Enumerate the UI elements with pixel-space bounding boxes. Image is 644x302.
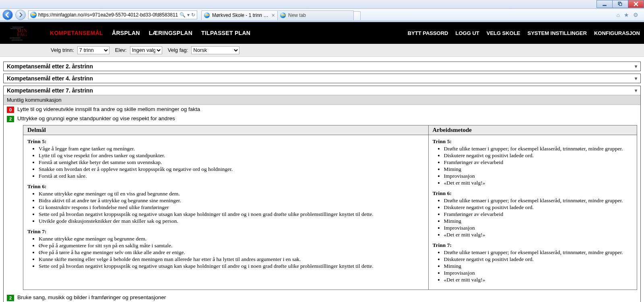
elev-label: Elev: xyxy=(115,47,127,53)
list-item: Kunne uttrykke egne meninger og til en v… xyxy=(39,191,424,197)
list-item: Våge å legge fram egne tanker og meninge… xyxy=(39,146,424,152)
list-item: Framføringer av elevarbeid xyxy=(444,159,633,166)
status-badge: 2 xyxy=(7,295,14,301)
list-item: Utvikle gode diskusjonsteknikker der man… xyxy=(39,218,424,224)
status-badge: 0 xyxy=(7,107,14,113)
list-item: Kunne skifte mening eller velge å behold… xyxy=(39,256,424,263)
list-item: Øve på å argumentere for sitt syn på en … xyxy=(39,242,424,249)
list-item: Sette ord på hvordan negativt kroppssprå… xyxy=(39,263,424,269)
goal-row[interactable]: 2 Bruke sang, musikk og bilder i framfør… xyxy=(4,293,640,302)
section-7-open: Kompetansemål etter 7. årstrinn ▾ Muntli… xyxy=(3,86,641,302)
list-item: Gi konstruktiv respons i forbindelse med… xyxy=(39,204,424,211)
refresh-icon[interactable]: ↻ xyxy=(191,12,195,18)
favorites-icon[interactable]: ★ xyxy=(624,12,629,18)
tab-title: New tab xyxy=(288,12,351,18)
ie-favicon-icon xyxy=(280,12,286,18)
nav-logg-ut[interactable]: LOGG UT xyxy=(456,30,479,36)
section-2-collapsed[interactable]: Kompetansemål etter 2. årstrinn ▾ xyxy=(3,62,641,71)
chevron-down-icon: ▾ xyxy=(635,88,637,93)
svg-rect-2 xyxy=(619,3,622,6)
list-item: Diskutere negativt og positivt ladede or… xyxy=(444,152,633,159)
list-item: Improvisasjon xyxy=(444,225,633,231)
goal-text: Bruke sang, musikk og bilder i framførin… xyxy=(17,294,166,300)
home-icon[interactable]: ⌂ xyxy=(617,12,620,18)
trinn-select[interactable]: 7 trinn xyxy=(77,46,109,54)
svg-text:FAG: FAG xyxy=(17,31,27,38)
list-item: Improvisasjon xyxy=(444,173,633,179)
window-maximize-button[interactable] xyxy=(612,0,628,8)
nav-laeringsplan[interactable]: LÆRINGSPLAN xyxy=(149,30,192,36)
trinn-label: Velg trinn: xyxy=(51,47,74,53)
ie-logo-icon xyxy=(30,12,37,18)
tab-close-icon[interactable]: × xyxy=(272,12,275,18)
tools-icon[interactable]: ⚙ xyxy=(633,12,638,18)
svg-text:kompetanse mål fag plan: kompetanse mål fag plan xyxy=(12,39,23,41)
svg-text:kompetanse mål fag plan: kompetanse mål fag plan xyxy=(12,27,23,28)
chevron-down-icon: ▾ xyxy=(635,64,637,69)
list-item: Kunne uttrykke egne meninger og begrunne… xyxy=(39,236,424,242)
section-7-title: Kompetansemål etter 7. årstrinn xyxy=(7,87,93,94)
goal-row[interactable]: 2 Uttrykke og grunngi egne standpunkter … xyxy=(4,114,640,123)
tab-strip: Mørkved Skole - 1 trinn - U... × New tab xyxy=(201,10,361,20)
th-arbeidsmetode: Arbeidsmetode xyxy=(428,125,637,135)
main-nav: KOMPETANSEMÅL ÅRSPLAN LÆRINGSPLAN TILPAS… xyxy=(50,30,250,36)
nav-system-instillinger[interactable]: SYSTEM INSTILLINGER xyxy=(528,30,587,36)
subsection-muntlig[interactable]: Muntlig kommunikasjon xyxy=(4,95,640,105)
elev-select[interactable]: Ingen valgt xyxy=(130,46,162,54)
section-2-title: Kompetansemål etter 2. årstrinn xyxy=(7,63,93,70)
browser-tab[interactable]: New tab xyxy=(277,10,354,20)
status-badge: 2 xyxy=(7,116,14,122)
address-bar[interactable]: 🔍 ▾ ↻ xyxy=(28,10,197,19)
nav-kompetansemal[interactable]: KOMPETANSEMÅL xyxy=(50,30,103,36)
chevron-down-icon: ▾ xyxy=(635,76,637,81)
list-item: «Det er mitt valg!» xyxy=(444,277,633,283)
nav-konfigurasjon[interactable]: KONFIGURASJON xyxy=(594,30,640,36)
list-item: Snakke om hvordan det er å oppleve negat… xyxy=(39,166,424,173)
goal-text: Lytte til og videreutvikle innspill fra … xyxy=(17,106,200,112)
detail-table: Delmål Arbeidsmetode Trinn 5: Våge å leg… xyxy=(23,125,637,290)
list-item: Diskutere negativt og positivt ladede or… xyxy=(444,204,633,211)
search-icon[interactable]: 🔍 xyxy=(180,12,186,18)
fag-select[interactable]: Norsk xyxy=(191,46,239,54)
goal-text: Uttrykke og grunngi egne standpunkter og… xyxy=(17,115,175,121)
nav-back-button[interactable] xyxy=(2,10,13,20)
window-minimize-button[interactable] xyxy=(597,0,613,8)
list-item: Forstå at uenighet ikke betyr det samme … xyxy=(39,159,424,166)
site-header: kompetanse mål fag plan læring skole ele… xyxy=(0,22,644,44)
window-titlebar xyxy=(0,0,644,9)
section-7-header[interactable]: Kompetansemål etter 7. årstrinn ▾ xyxy=(4,86,640,95)
dropdown-icon[interactable]: ▾ xyxy=(187,12,190,18)
window-close-button[interactable] xyxy=(628,0,644,8)
list-item: Drøfte ulike temaer i grupper; for eksem… xyxy=(444,197,633,204)
list-item: Forstå at ord kan såre. xyxy=(39,173,424,179)
list-item: «Det er mitt valg!» xyxy=(444,180,633,186)
nav-tilpasset-plan[interactable]: TILPASSET PLAN xyxy=(201,30,250,36)
site-logo[interactable]: kompetanse mål fag plan læring skole ele… xyxy=(0,22,44,44)
nav-forward-button[interactable] xyxy=(15,10,26,20)
nav-velg-skole[interactable]: VELG SKOLE xyxy=(487,30,520,36)
new-tab-button[interactable] xyxy=(353,11,361,20)
nav-bytt-passord[interactable]: BYTT PASSORD xyxy=(408,30,448,36)
list-item: Miming xyxy=(444,166,633,173)
list-item: Sette ord på hvordan negativt kroppssprå… xyxy=(39,211,424,218)
list-item: Miming xyxy=(444,263,633,269)
main-content: Kompetansemål etter 2. årstrinn ▾ Kompet… xyxy=(0,57,644,302)
td-arbeidsmetode: Trinn 5: Drøfte ulike temaer i grupper; … xyxy=(428,135,637,290)
url-input[interactable] xyxy=(38,12,178,18)
list-item: Diskutere negativt og positivt ladede or… xyxy=(444,256,633,263)
goal-row[interactable]: 0 Lytte til og videreutvikle innspill fr… xyxy=(4,105,640,114)
list-item: Improvisasjon xyxy=(444,270,633,276)
section-4-title: Kompetansemål etter 4. årstrinn xyxy=(7,75,93,82)
list-item: Drøfte ulike temaer i grupper; for eksem… xyxy=(444,249,633,256)
filter-bar: Velg trinn: 7 trinn Elev: Ingen valgt Ve… xyxy=(0,44,644,57)
browser-tab-active[interactable]: Mørkved Skole - 1 trinn - U... × xyxy=(201,10,278,20)
th-delmal: Delmål xyxy=(23,125,429,135)
list-item: Framføringer av elevarbeid xyxy=(444,211,633,218)
utility-nav: BYTT PASSORD LOGG UT VELG SKOLE SYSTEM I… xyxy=(408,30,640,36)
browser-toolbar: 🔍 ▾ ↻ Mørkved Skole - 1 trinn - U... × N… xyxy=(0,9,644,21)
fag-label: Velg fag: xyxy=(168,47,188,53)
section-4-collapsed[interactable]: Kompetansemål etter 4. årstrinn ▾ xyxy=(3,74,641,83)
nav-arsplan[interactable]: ÅRSPLAN xyxy=(112,30,140,36)
list-item: Miming xyxy=(444,218,633,224)
ie-favicon-icon xyxy=(204,12,210,18)
